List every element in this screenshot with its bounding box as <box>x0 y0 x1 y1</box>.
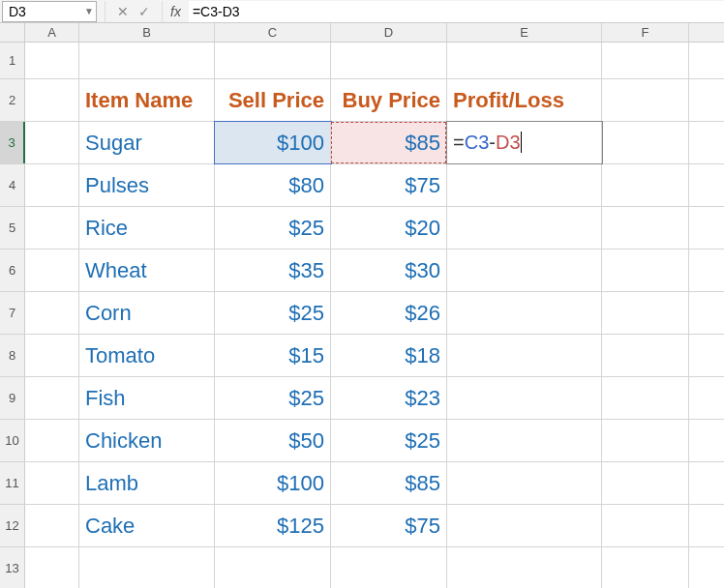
select-all-corner[interactable] <box>0 23 25 42</box>
col-head-B[interactable]: B <box>79 23 215 42</box>
cell-F8[interactable] <box>602 335 689 376</box>
cell-C10[interactable]: $50 <box>215 420 331 461</box>
cell-A2[interactable] <box>25 79 79 121</box>
cell-F2[interactable] <box>602 79 689 121</box>
fx-icon[interactable]: fx <box>163 4 189 19</box>
cell-C1[interactable] <box>215 43 331 78</box>
cell-E6[interactable] <box>447 250 602 291</box>
cell-D6[interactable]: $30 <box>331 250 447 291</box>
cancel-icon[interactable]: ✕ <box>117 4 129 19</box>
confirm-icon[interactable]: ✓ <box>138 4 150 19</box>
cell-C6[interactable]: $35 <box>215 250 331 291</box>
cell-C11[interactable]: $100 <box>215 462 331 504</box>
cell-D1[interactable] <box>331 43 447 78</box>
row-head-12[interactable]: 12 <box>0 505 25 546</box>
cell-D5[interactable]: $20 <box>331 207 447 249</box>
cell-E9[interactable] <box>447 377 602 419</box>
cell-F6[interactable] <box>602 250 689 291</box>
cell-F11[interactable] <box>602 462 689 504</box>
cell-B12[interactable]: Cake <box>79 505 215 546</box>
cell-F7[interactable] <box>602 292 689 334</box>
cell-F1[interactable] <box>602 43 689 78</box>
col-head-A[interactable]: A <box>25 23 79 42</box>
col-head-C[interactable]: C <box>215 23 331 42</box>
cell-C3[interactable]: $100 <box>215 122 331 163</box>
cell-D13[interactable] <box>331 547 447 588</box>
cell-B13[interactable] <box>79 547 215 588</box>
cell-A4[interactable] <box>25 164 79 206</box>
cell-F9[interactable] <box>602 377 689 419</box>
cell-E13[interactable] <box>447 547 602 588</box>
cell-A9[interactable] <box>25 377 79 419</box>
cell-B4[interactable]: Pulses <box>79 164 215 206</box>
cell-A8[interactable] <box>25 335 79 376</box>
cell-E1[interactable] <box>447 43 602 78</box>
cell-E3-editing[interactable]: =C3-D3 <box>447 122 602 163</box>
cell-F4[interactable] <box>602 164 689 206</box>
cell-E7[interactable] <box>447 292 602 334</box>
cell-B7[interactable]: Corn <box>79 292 215 334</box>
cell-A5[interactable] <box>25 207 79 249</box>
cell-E5[interactable] <box>447 207 602 249</box>
cell-F13[interactable] <box>602 547 689 588</box>
cell-D10[interactable]: $25 <box>331 420 447 461</box>
cell-A3[interactable] <box>25 122 79 163</box>
cell-E8[interactable] <box>447 335 602 376</box>
cell-C4[interactable]: $80 <box>215 164 331 206</box>
cell-B11[interactable]: Lamb <box>79 462 215 504</box>
cell-E12[interactable] <box>447 505 602 546</box>
cell-B1[interactable] <box>79 43 215 78</box>
cell-D9[interactable]: $23 <box>331 377 447 419</box>
cell-B2[interactable]: Item Name <box>79 79 215 121</box>
row-head-2[interactable]: 2 <box>0 79 25 121</box>
cell-A13[interactable] <box>25 547 79 588</box>
cell-A6[interactable] <box>25 250 79 291</box>
cell-C2[interactable]: Sell Price <box>215 79 331 121</box>
cell-C9[interactable]: $25 <box>215 377 331 419</box>
cell-D4[interactable]: $75 <box>331 164 447 206</box>
cell-B3[interactable]: Sugar <box>79 122 215 163</box>
cell-E4[interactable] <box>447 164 602 206</box>
cell-B6[interactable]: Wheat <box>79 250 215 291</box>
cell-D8[interactable]: $18 <box>331 335 447 376</box>
cell-C8[interactable]: $15 <box>215 335 331 376</box>
cell-A1[interactable] <box>25 43 79 78</box>
cell-D2[interactable]: Buy Price <box>331 79 447 121</box>
row-head-3[interactable]: 3 <box>0 122 25 163</box>
spreadsheet-grid[interactable]: A B C D E F 1 2 Item Name Sell Price Buy… <box>0 23 724 588</box>
cell-B8[interactable]: Tomato <box>79 335 215 376</box>
cell-D7[interactable]: $26 <box>331 292 447 334</box>
cell-D11[interactable]: $85 <box>331 462 447 504</box>
row-head-4[interactable]: 4 <box>0 164 25 206</box>
row-head-11[interactable]: 11 <box>0 462 25 504</box>
row-head-7[interactable]: 7 <box>0 292 25 334</box>
cell-C12[interactable]: $125 <box>215 505 331 546</box>
name-box[interactable]: D3 ▼ <box>2 1 97 22</box>
cell-E10[interactable] <box>447 420 602 461</box>
cell-F5[interactable] <box>602 207 689 249</box>
row-head-13[interactable]: 13 <box>0 547 25 588</box>
cell-F3[interactable] <box>602 122 689 163</box>
cell-F12[interactable] <box>602 505 689 546</box>
cell-D3[interactable]: $85 <box>331 122 447 163</box>
cell-F10[interactable] <box>602 420 689 461</box>
cell-E11[interactable] <box>447 462 602 504</box>
row-head-6[interactable]: 6 <box>0 250 25 291</box>
name-box-dropdown-icon[interactable]: ▼ <box>84 6 94 16</box>
col-head-D[interactable]: D <box>331 23 447 42</box>
cell-C5[interactable]: $25 <box>215 207 331 249</box>
cell-B9[interactable]: Fish <box>79 377 215 419</box>
row-head-1[interactable]: 1 <box>0 43 25 78</box>
cell-A10[interactable] <box>25 420 79 461</box>
col-head-F[interactable]: F <box>602 23 689 42</box>
row-head-5[interactable]: 5 <box>0 207 25 249</box>
cell-B5[interactable]: Rice <box>79 207 215 249</box>
col-head-E[interactable]: E <box>447 23 602 42</box>
cell-B10[interactable]: Chicken <box>79 420 215 461</box>
row-head-10[interactable]: 10 <box>0 420 25 461</box>
cell-A7[interactable] <box>25 292 79 334</box>
cell-C7[interactable]: $25 <box>215 292 331 334</box>
row-head-8[interactable]: 8 <box>0 335 25 376</box>
cell-D12[interactable]: $75 <box>331 505 447 546</box>
row-head-9[interactable]: 9 <box>0 377 25 419</box>
